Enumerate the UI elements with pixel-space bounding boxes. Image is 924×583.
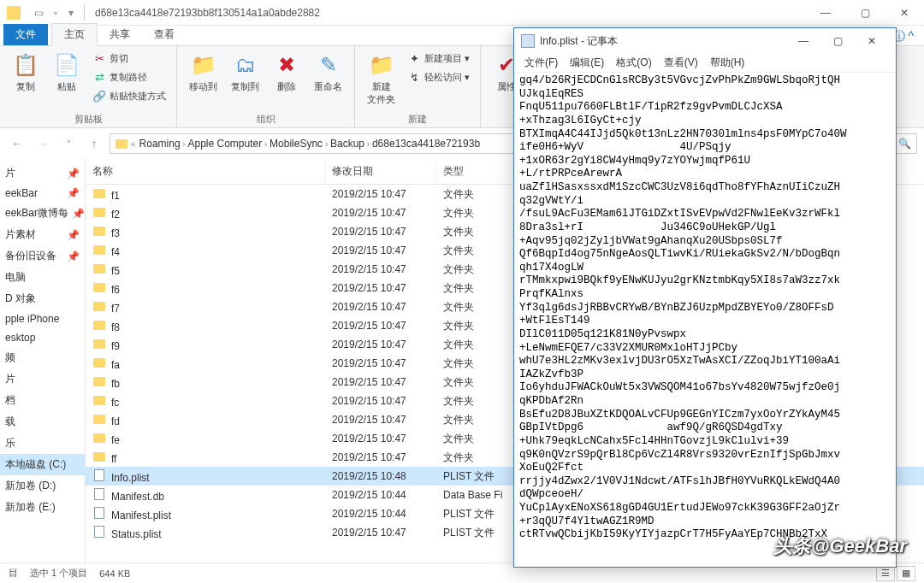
notepad-title: Info.plist - 记事本 [540, 34, 618, 49]
forward-button[interactable]: → [33, 133, 53, 154]
group-label-organize: 组织 [184, 111, 347, 126]
paste-shortcut-button[interactable]: 🔗粘贴快捷方式 [89, 87, 169, 104]
nav-item[interactable]: 乐 [0, 433, 85, 454]
nav-item[interactable]: 备份旧设备📌 [0, 245, 85, 267]
paste-button[interactable]: 📄粘贴 [48, 50, 86, 95]
nav-item[interactable]: 电脑 [0, 267, 85, 288]
status-items: 目 [9, 567, 18, 580]
nav-item[interactable]: 档 [0, 390, 85, 411]
crumb[interactable]: Backup [330, 138, 364, 150]
np-menu-view[interactable]: 查看(V) [659, 54, 703, 72]
np-menu-edit[interactable]: 编辑(E) [565, 54, 609, 72]
easyaccess-button[interactable]: ↯轻松访问 ▾ [404, 68, 473, 85]
folder-icon [93, 452, 105, 462]
recent-dropdown[interactable]: ˅ [58, 133, 79, 154]
cut-button[interactable]: ✂剪切 [89, 50, 169, 67]
crumb[interactable]: d68e13ca4418e72193b [372, 138, 480, 150]
pin-icon: 📌 [67, 187, 80, 199]
tab-file[interactable]: 文件 [3, 24, 48, 45]
qat-new-icon[interactable]: ▫ [48, 5, 63, 21]
folder-icon [93, 339, 105, 349]
folder-icon [93, 358, 105, 368]
pin-icon: 📌 [67, 250, 80, 262]
group-label-new: 新建 [362, 111, 473, 126]
folder-icon [93, 396, 105, 405]
nav-item[interactable]: 载 [0, 411, 85, 433]
np-menu-file[interactable]: 文件(F) [519, 54, 563, 72]
nav-item[interactable]: 片素材📌 [0, 224, 85, 245]
explorer-titlebar: ▭ ▫ ▾ d68e13ca4418e72193bb8f130514a1a0ab… [0, 0, 924, 26]
folder-icon [93, 321, 105, 330]
notepad-window[interactable]: Info.plist - 记事本 — ▢ ✕ 文件(F) 编辑(E) 格式(O)… [513, 27, 897, 568]
notepad-menubar: 文件(F) 编辑(E) 格式(O) 查看(V) 帮助(H) [514, 54, 896, 73]
nav-item[interactable]: 本地磁盘 (C:) [0, 454, 85, 475]
view-icons-icon[interactable]: ▦ [897, 566, 915, 581]
folder-icon [116, 139, 127, 149]
status-size: 644 KB [99, 568, 130, 579]
ribbon-group-clipboard: 📋复制 📄粘贴 ✂剪切 ⇄复制路径 🔗粘贴快捷方式 剪贴板 [0, 46, 177, 127]
np-menu-help[interactable]: 帮助(H) [705, 54, 750, 72]
rename-button[interactable]: ✎重命名 [309, 50, 347, 95]
tab-share[interactable]: 共享 [98, 24, 142, 45]
notepad-icon [521, 34, 535, 48]
nav-item[interactable]: 片📌 [0, 162, 85, 184]
window-title: d68e13ca4418e72193bb8f130514a1a0abde2882 [95, 7, 320, 19]
file-icon [94, 488, 104, 500]
file-icon [94, 526, 104, 538]
pin-icon: 📌 [67, 229, 80, 241]
tab-view[interactable]: 查看 [142, 24, 187, 45]
np-close-button[interactable]: ✕ [855, 29, 889, 53]
folder-icon [93, 264, 105, 274]
nav-item[interactable]: eekBar📌 [0, 184, 85, 203]
ribbon-group-organize: 📁移动到 🗂复制到 ✖删除 ✎重命名 组织 [177, 46, 355, 127]
folder-icon [93, 227, 105, 236]
np-maximize-button[interactable]: ▢ [820, 29, 855, 53]
ribbon-group-new: 📁新建 文件夹 ✦新建项目 ▾ ↯轻松访问 ▾ 新建 [355, 46, 481, 127]
pin-icon: 📌 [67, 168, 80, 180]
tab-home[interactable]: 主页 [51, 23, 98, 46]
nav-item[interactable]: eekBar微博每📌 [0, 203, 85, 224]
view-details-icon[interactable]: ☰ [876, 566, 895, 581]
folder-icon [93, 208, 105, 217]
folder-icon [93, 245, 105, 255]
qat-properties-icon[interactable]: ▭ [31, 5, 46, 21]
np-menu-format[interactable]: 格式(O) [611, 54, 656, 72]
nav-item[interactable]: D 对象 [0, 288, 85, 309]
nav-tree[interactable]: 片📌eekBar📌eekBar微博每📌片素材📌备份旧设备📌电脑D 对象pple … [0, 159, 86, 562]
pin-icon: 📌 [72, 208, 85, 220]
crumb[interactable]: MobileSync [270, 138, 323, 150]
folder-icon [93, 189, 105, 198]
newfolder-button[interactable]: 📁新建 文件夹 [362, 50, 400, 108]
file-icon [94, 507, 104, 519]
close-button[interactable]: ✕ [885, 0, 924, 26]
folder-icon [93, 433, 105, 443]
group-label-clipboard: 剪贴板 [7, 111, 169, 126]
col-date[interactable]: 修改日期 [325, 159, 436, 184]
crumb[interactable]: Roaming [139, 138, 181, 150]
delete-button[interactable]: ✖删除 [268, 50, 305, 95]
qat-dropdown-icon[interactable]: ▾ [68, 7, 74, 19]
nav-item[interactable]: esktop [0, 328, 85, 347]
moveto-button[interactable]: 📁移动到 [184, 50, 222, 95]
crumb[interactable]: Apple Computer [187, 138, 262, 150]
back-button[interactable]: ← [7, 133, 27, 154]
copyto-button[interactable]: 🗂复制到 [226, 50, 264, 95]
nav-item[interactable]: 新加卷 (E:) [0, 497, 85, 518]
folder-icon [93, 302, 105, 311]
folder-icon [93, 415, 105, 424]
nav-item[interactable]: 新加卷 (D:) [0, 475, 85, 497]
maximize-button[interactable]: ▢ [845, 0, 885, 26]
np-minimize-button[interactable]: — [786, 29, 820, 53]
copy-button[interactable]: 📋复制 [7, 50, 44, 95]
notepad-content[interactable]: gq4/b26RjECDCnGlsRCBy3t5VGvcjZvPhPkZm9GW… [514, 73, 896, 567]
folder-icon [93, 283, 105, 292]
notepad-titlebar[interactable]: Info.plist - 记事本 — ▢ ✕ [514, 28, 896, 54]
minimize-button[interactable]: — [806, 0, 845, 26]
nav-item[interactable]: pple iPhone [0, 309, 85, 328]
nav-item[interactable]: 频 [0, 347, 85, 368]
copypath-button[interactable]: ⇄复制路径 [89, 68, 169, 85]
newitem-button[interactable]: ✦新建项目 ▾ [404, 50, 473, 67]
col-name[interactable]: 名称 [86, 159, 325, 184]
nav-item[interactable]: 片 [0, 368, 85, 390]
up-button[interactable]: ↑ [84, 133, 104, 154]
